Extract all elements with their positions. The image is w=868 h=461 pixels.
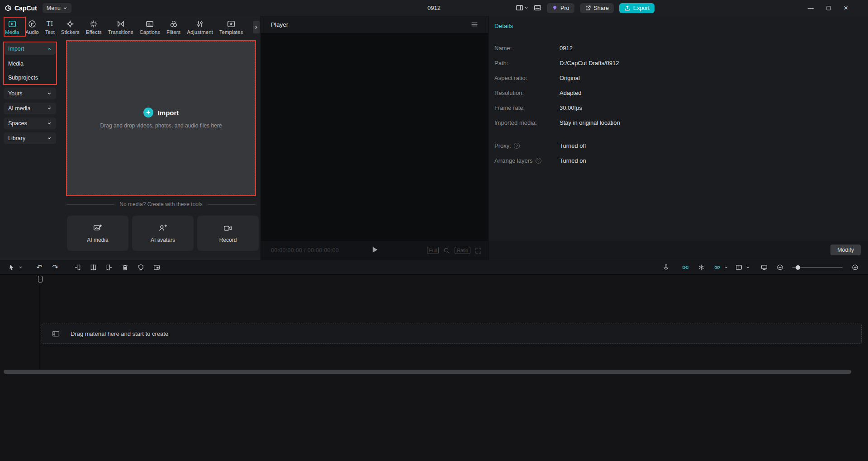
creation-tools: AI media AI avatars Record <box>67 216 259 251</box>
detail-row-resolution: Resolution: Adapted <box>494 85 859 100</box>
info-icon[interactable]: ? <box>536 158 541 164</box>
split-button[interactable] <box>87 262 99 273</box>
sidebar-item-import[interactable]: Import <box>4 43 56 55</box>
fit-zoom-icon[interactable] <box>443 247 450 254</box>
playhead[interactable] <box>38 276 43 282</box>
details-footer <box>489 241 868 260</box>
workspace-layout-button[interactable] <box>516 4 528 12</box>
sidebar-item-media[interactable]: Media <box>4 57 56 70</box>
delete-left-button[interactable] <box>71 262 83 273</box>
captions-icon <box>146 20 154 28</box>
track-layout-icon <box>735 264 742 271</box>
chevron-down-icon <box>746 265 750 269</box>
tab-stickers[interactable]: Stickers <box>58 19 83 36</box>
timecode: 00:00:00:00 / 00:00:00:00 <box>271 247 339 254</box>
ai-media-card[interactable]: AI media <box>67 216 128 251</box>
import-dropzone[interactable]: + Import Drag and drop videos, photos, a… <box>67 41 255 195</box>
minimize-button[interactable]: — <box>808 5 814 11</box>
undo-button[interactable]: ↶ <box>33 262 45 273</box>
divider-line <box>208 204 255 205</box>
zoom-in-button[interactable] <box>849 262 861 273</box>
pro-badge[interactable]: Pro <box>547 3 574 13</box>
record-card[interactable]: Record <box>197 216 259 251</box>
select-tool-button[interactable] <box>5 262 17 273</box>
effects-icon <box>90 20 98 28</box>
detail-row-proxy: Proxy: ? Turned off <box>494 138 859 153</box>
close-button[interactable]: × <box>844 4 848 13</box>
tabs-expand-button[interactable] <box>253 21 260 33</box>
detail-row-imported-media: Imported media: Stay in original locatio… <box>494 115 859 130</box>
timeline-drop-target[interactable]: Drag material here and start to create <box>42 324 862 344</box>
snap-toggle[interactable] <box>695 262 707 273</box>
link-toggle-dropdown[interactable] <box>724 262 729 273</box>
mask-button[interactable] <box>135 262 147 273</box>
sidebar-item-yours[interactable]: Yours <box>4 88 56 99</box>
chevron-down-icon <box>47 121 52 126</box>
link-toggle[interactable] <box>711 262 723 273</box>
zoom-slider[interactable] <box>792 267 843 268</box>
detail-row-frame-rate: Frame rate: 30.00fps <box>494 100 859 115</box>
maximize-button[interactable] <box>826 5 831 11</box>
tab-captions[interactable]: Captions <box>137 19 163 36</box>
sticker-icon <box>66 20 74 28</box>
sidebar-item-subprojects[interactable]: Subprojects <box>4 71 56 84</box>
tab-audio[interactable]: Audio <box>22 19 42 36</box>
track-options-button[interactable] <box>733 262 745 273</box>
voiceover-button[interactable] <box>660 262 672 273</box>
ratio-button[interactable]: Ratio <box>455 247 470 254</box>
pro-diamond-icon <box>552 5 558 11</box>
panel-layout-button[interactable] <box>534 4 541 12</box>
ai-avatars-card[interactable]: AI avatars <box>132 216 194 251</box>
auto-ripple-toggle[interactable] <box>679 262 691 273</box>
player-title: Player <box>271 21 288 28</box>
track-options-dropdown[interactable] <box>745 262 750 273</box>
chevron-right-icon <box>254 25 259 30</box>
play-button[interactable] <box>370 245 379 254</box>
media-icon <box>8 20 16 28</box>
trash-icon <box>122 264 128 271</box>
share-button[interactable]: Share <box>580 3 614 13</box>
redo-button[interactable]: ↷ <box>49 262 61 273</box>
tools-divider: No media? Create with these tools <box>67 201 255 207</box>
play-icon <box>370 245 379 254</box>
tab-media[interactable]: Media <box>2 19 22 36</box>
sidebar-item-library[interactable]: Library <box>4 132 56 144</box>
text-icon: TI <box>47 20 53 28</box>
audio-icon <box>28 20 36 28</box>
full-button[interactable]: Full <box>427 247 439 254</box>
crop-button[interactable] <box>151 262 162 273</box>
horizontal-scrollbar[interactable] <box>4 370 851 374</box>
timeline-toolbar: ↶ ↷ <box>0 260 868 275</box>
zoom-slider-knob <box>796 265 800 270</box>
chevron-down-icon <box>63 6 67 10</box>
chevron-down-icon <box>724 265 728 269</box>
tab-transitions[interactable]: Transitions <box>105 19 137 36</box>
playhead-line <box>40 275 40 369</box>
zoom-out-button[interactable] <box>774 262 786 273</box>
export-button[interactable]: Export <box>619 3 655 13</box>
player-menu-icon[interactable] <box>471 21 478 28</box>
modify-button[interactable]: Modify <box>830 245 861 255</box>
tab-filters[interactable]: Filters <box>163 19 184 36</box>
media-strip-icon <box>52 330 60 338</box>
tab-text[interactable]: TI Text <box>42 19 58 36</box>
preview-axis-button[interactable] <box>758 262 770 273</box>
delete-button[interactable] <box>119 262 131 273</box>
chevron-down-icon <box>524 6 528 10</box>
sidebar-item-ai-media[interactable]: AI media <box>4 103 56 114</box>
sidebar-item-spaces[interactable]: Spaces <box>4 118 56 129</box>
tab-effects[interactable]: Effects <box>83 19 105 36</box>
delete-right-button[interactable] <box>103 262 115 273</box>
monitor-icon <box>761 264 768 271</box>
select-tool-dropdown[interactable] <box>18 262 23 273</box>
snowflake-icon <box>698 264 705 271</box>
tab-adjustment[interactable]: Adjustment <box>184 19 216 36</box>
chevron-down-icon <box>47 106 52 111</box>
fullscreen-icon[interactable] <box>475 247 482 254</box>
record-camera-icon <box>223 224 232 233</box>
detail-row-aspect-ratio: Aspect ratio: Original <box>494 71 859 85</box>
tab-templates[interactable]: Templates <box>216 19 246 36</box>
info-icon[interactable]: ? <box>514 143 520 149</box>
chevron-down-icon <box>19 265 23 269</box>
menu-button[interactable]: Menu <box>43 3 71 13</box>
